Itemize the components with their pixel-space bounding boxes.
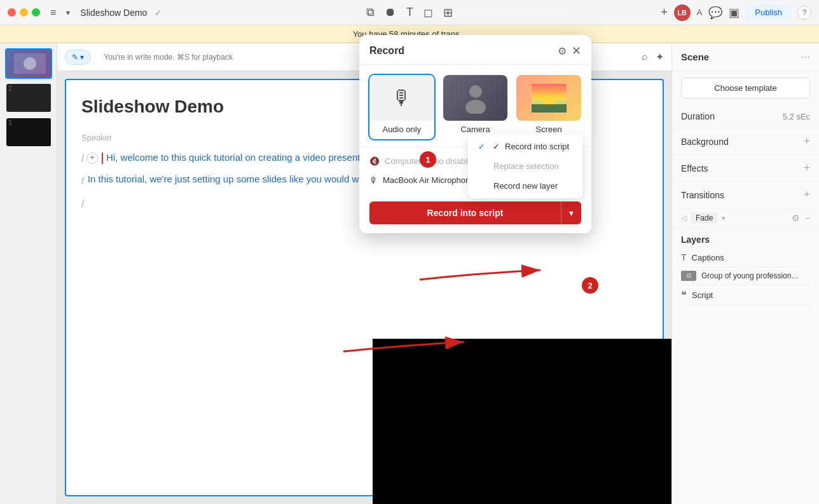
right-panel: Scene ··· Choose template Duration 5.2 s… xyxy=(671,43,819,504)
step-1-circle: 1 xyxy=(420,151,436,168)
preview-area xyxy=(373,339,671,504)
background-section: Background + xyxy=(672,128,819,155)
transition-triangle-icon: ◁ xyxy=(681,214,687,222)
effects-label: Effects xyxy=(681,163,799,174)
script-slash-2: / xyxy=(81,173,84,189)
background-add-icon[interactable]: + xyxy=(803,135,810,148)
script-layer-row[interactable]: ❝ Script xyxy=(681,285,810,306)
record-modal: Record ⚙ ✕ 🎙 Audio only Camera xyxy=(359,35,591,233)
slide-image-3 xyxy=(6,118,52,146)
record-settings-icon[interactable]: ⚙ xyxy=(558,45,567,57)
captions-layer-row[interactable]: T Captions xyxy=(681,249,810,267)
record-icon[interactable]: ⏺ xyxy=(385,6,396,19)
menu-icon[interactable]: ≡ xyxy=(50,7,56,18)
sunset-landscape xyxy=(532,84,567,112)
cursor xyxy=(102,153,103,164)
pencil-icon: ✎ xyxy=(72,53,78,62)
help-button[interactable]: ? xyxy=(797,6,811,20)
effects-section: Effects + xyxy=(672,155,819,182)
camera-option[interactable]: Camera xyxy=(442,74,509,140)
record-new-layer-item[interactable]: Record new layer xyxy=(468,176,582,196)
screen-option[interactable]: Screen xyxy=(515,74,582,140)
audio-disabled-icon: 🔇 xyxy=(369,156,380,166)
replace-selection-item: Replace selection xyxy=(468,156,582,176)
transitions-slider-icon[interactable]: ⚙ xyxy=(792,213,800,223)
record-into-script-button[interactable]: Record into script xyxy=(369,201,561,224)
fade-chevron-icon: ▾ xyxy=(722,214,726,222)
background-row[interactable]: Background + xyxy=(681,128,810,154)
record-dropdown-button[interactable]: ▾ xyxy=(561,201,581,224)
new-layer-label: Record new layer xyxy=(493,181,558,191)
slide-image-1 xyxy=(6,50,52,78)
choose-template-button[interactable]: Choose template xyxy=(681,78,810,99)
topbar: ≡ ▾ Slideshow Demo ✓ ⧉ ⏺ T ◻ ⊞ + LB A 💬 … xyxy=(0,0,819,25)
svg-rect-5 xyxy=(532,104,567,112)
script-layer-label: Script xyxy=(692,290,713,300)
maximize-window-button[interactable] xyxy=(32,8,40,17)
mode-badge[interactable]: ✎ ▾ xyxy=(65,50,91,65)
transitions-minus-icon[interactable]: − xyxy=(805,213,810,223)
group-layer-row[interactable]: 🖼 Group of young professionals ... xyxy=(681,267,810,285)
mode-badge-chevron: ▾ xyxy=(80,53,84,62)
record-modal-title: Record xyxy=(369,45,558,57)
mic-icon: 🎙 xyxy=(369,175,378,185)
shapes-icon[interactable]: ◻ xyxy=(423,6,433,20)
fade-select[interactable]: Fade xyxy=(691,212,718,224)
search-icon[interactable]: ⌕ xyxy=(642,51,648,63)
slide-thumb-2[interactable]: 2 xyxy=(5,83,52,113)
audio-only-thumbnail: 🎙 xyxy=(369,75,434,121)
captions-layer-label: Captions xyxy=(692,253,724,262)
into-script-label: Record into script xyxy=(505,142,569,151)
chat-icon[interactable]: 💬 xyxy=(708,6,722,20)
check-icon: ✓ xyxy=(493,142,500,151)
script-layer-icon: ❝ xyxy=(681,289,687,301)
add-block-button[interactable]: + xyxy=(86,153,98,164)
duration-row: Duration 5.2 sEc xyxy=(681,105,810,128)
topbar-right: + LB A 💬 ▣ Publish ? xyxy=(661,4,811,21)
sparkle-icon[interactable]: ✦ xyxy=(656,51,664,63)
panels-icon[interactable]: ▣ xyxy=(729,6,740,20)
close-window-button[interactable] xyxy=(8,8,16,17)
minimize-window-button[interactable] xyxy=(20,8,28,17)
record-dropdown-menu: ✓ Record into script Replace selection R… xyxy=(468,134,582,198)
effects-add-icon[interactable]: + xyxy=(803,161,810,175)
scene-duration-section: Duration 5.2 sEc xyxy=(672,105,819,128)
screen-preview xyxy=(516,75,581,121)
present-icon[interactable]: ⧉ xyxy=(366,6,375,19)
slide-number-3: 3 xyxy=(8,119,12,126)
camera-preview xyxy=(443,75,508,121)
duration-value: 5.2 sEc xyxy=(783,112,810,121)
step-2-circle: 2 xyxy=(582,277,598,294)
captions-icon: T xyxy=(681,252,687,262)
scene-header: Scene ··· xyxy=(672,43,819,71)
record-into-script-item[interactable]: ✓ Record into script xyxy=(468,137,582,156)
scene-title: Scene xyxy=(681,51,801,62)
publish-button[interactable]: Publish xyxy=(746,4,791,20)
add-button[interactable]: + xyxy=(661,6,668,19)
record-modal-header: Record ⚙ ✕ xyxy=(359,35,591,65)
svg-point-2 xyxy=(465,100,486,114)
editor-icons: ⌕ ✦ xyxy=(642,51,664,63)
effects-row[interactable]: Effects + xyxy=(681,155,810,181)
transitions-add-icon[interactable]: + xyxy=(803,188,810,201)
record-close-button[interactable]: ✕ xyxy=(572,44,581,58)
slide-thumb-1[interactable]: 1 xyxy=(5,48,52,79)
slide-thumb-3[interactable]: 3 xyxy=(5,117,52,147)
screen-thumbnail xyxy=(516,75,581,121)
saved-check-icon: ✓ xyxy=(155,8,162,18)
audio-only-option[interactable]: 🎙 Audio only xyxy=(368,74,436,140)
grid-icon[interactable]: ⊞ xyxy=(443,6,453,20)
transitions-row[interactable]: Transitions + xyxy=(681,182,810,208)
avatar-letter: A xyxy=(697,8,703,17)
scene-more-button[interactable]: ··· xyxy=(801,50,810,64)
chevron-down-icon[interactable]: ▾ xyxy=(66,8,70,17)
microphone-name: MacBook Air Microphone xyxy=(383,175,475,185)
avatar: LB xyxy=(674,4,691,21)
screen-label: Screen xyxy=(536,125,562,134)
svg-point-1 xyxy=(469,85,482,98)
group-layer-label: Group of young professionals ... xyxy=(701,271,800,280)
text-icon[interactable]: T xyxy=(406,6,413,19)
duration-label: Duration xyxy=(681,111,783,121)
audio-only-label: Audio only xyxy=(382,125,421,134)
script-controls: / + xyxy=(81,151,98,165)
